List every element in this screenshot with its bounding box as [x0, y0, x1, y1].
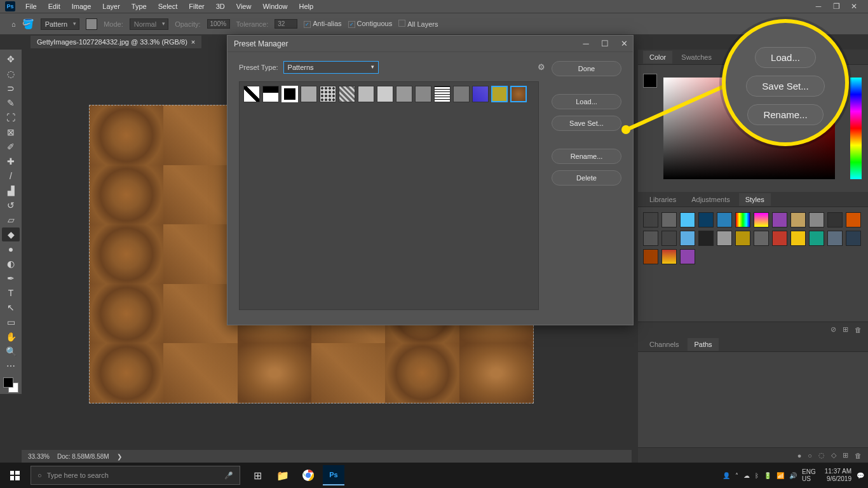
- stamp-tool-icon[interactable]: ▟: [2, 184, 20, 198]
- hue-slider[interactable]: [850, 78, 862, 179]
- eyedropper-tool-icon[interactable]: ✐: [2, 140, 20, 154]
- style-swatch[interactable]: [680, 249, 695, 264]
- menu-view[interactable]: View: [231, 1, 257, 11]
- tab-libraries[interactable]: Libraries: [643, 193, 682, 206]
- delete-style-icon[interactable]: 🗑: [855, 326, 862, 334]
- tab-styles[interactable]: Styles: [739, 193, 771, 206]
- rename-button[interactable]: Rename...: [552, 149, 621, 164]
- explorer-icon[interactable]: 📁: [272, 465, 294, 485]
- menu-filter[interactable]: Filter: [184, 1, 209, 11]
- style-swatch[interactable]: [680, 231, 695, 246]
- antialias-checkbox[interactable]: ✓Anti-alias: [304, 20, 341, 28]
- done-button[interactable]: Done: [552, 61, 621, 76]
- menu-file[interactable]: File: [20, 1, 42, 11]
- pattern-swatch-item[interactable]: [453, 86, 470, 102]
- menu-help[interactable]: Help: [294, 1, 319, 11]
- pattern-swatch-item[interactable]: [358, 86, 374, 102]
- style-swatch[interactable]: [661, 212, 677, 227]
- path-tool-icon[interactable]: ↖: [2, 301, 20, 315]
- menu-3d[interactable]: 3D: [211, 1, 230, 11]
- search-box[interactable]: ○ Type here to search 🎤: [31, 466, 240, 485]
- opacity-value[interactable]: 100%: [207, 19, 230, 29]
- pattern-swatch-item[interactable]: [377, 86, 393, 102]
- style-swatch[interactable]: [643, 231, 658, 246]
- lang-indicator[interactable]: ENGUS: [802, 468, 816, 482]
- dialog-close-icon[interactable]: ✕: [619, 38, 629, 48]
- cloud-icon[interactable]: ☁: [743, 472, 750, 479]
- pattern-swatch-item[interactable]: [339, 86, 355, 102]
- foreground-color-swatch[interactable]: [643, 74, 657, 88]
- lasso-tool-icon[interactable]: ⊃: [2, 81, 20, 95]
- pattern-swatch-item[interactable]: [243, 86, 260, 102]
- tab-adjustments[interactable]: Adjustments: [685, 193, 736, 206]
- bucket-icon[interactable]: 🪣: [22, 18, 34, 30]
- mic-icon[interactable]: 🎤: [224, 471, 233, 480]
- dialog-maximize-icon[interactable]: ☐: [600, 38, 610, 48]
- all-layers-checkbox[interactable]: All Layers: [398, 20, 438, 28]
- pattern-swatch-item[interactable]: [320, 86, 336, 102]
- pattern-swatch-item[interactable]: [281, 86, 298, 102]
- style-swatch[interactable]: [661, 249, 677, 264]
- pattern-swatch-item[interactable]: [415, 86, 431, 102]
- close-tab-icon[interactable]: ×: [191, 38, 195, 46]
- style-swatch[interactable]: [754, 212, 769, 227]
- fill-type-dropdown[interactable]: Pattern: [41, 18, 79, 30]
- dialog-titlebar[interactable]: Preset Manager ─ ☐ ✕: [227, 36, 633, 52]
- hand-tool-icon[interactable]: ✋: [2, 330, 20, 344]
- tray-up-icon[interactable]: ˄: [735, 472, 738, 479]
- history-brush-tool-icon[interactable]: ↺: [2, 198, 20, 212]
- style-swatch[interactable]: [680, 212, 695, 227]
- volume-icon[interactable]: 🔊: [789, 472, 797, 479]
- pattern-swatch-item[interactable]: [396, 86, 412, 102]
- quick-select-tool-icon[interactable]: ✎: [2, 96, 20, 110]
- selection-path-icon[interactable]: ◌: [818, 451, 825, 459]
- tab-paths[interactable]: Paths: [688, 338, 718, 351]
- menu-type[interactable]: Type: [126, 1, 152, 11]
- style-swatch[interactable]: [772, 231, 787, 246]
- menu-window[interactable]: Window: [257, 1, 292, 11]
- menu-image[interactable]: Image: [67, 1, 97, 11]
- pattern-swatch-item[interactable]: [262, 86, 279, 102]
- clock[interactable]: 11:37 AM9/6/2019: [825, 468, 851, 483]
- fill-path-icon[interactable]: ●: [797, 452, 802, 459]
- status-arrow-icon[interactable]: ❯: [117, 453, 122, 460]
- style-swatch[interactable]: [846, 212, 861, 227]
- photoshop-taskbar-icon[interactable]: Ps: [323, 465, 344, 485]
- marquee-tool-icon[interactable]: ◌: [2, 67, 20, 81]
- style-swatch[interactable]: [754, 231, 769, 246]
- frame-tool-icon[interactable]: ⊠: [2, 125, 20, 139]
- more-tools-icon[interactable]: ⋯: [2, 359, 20, 373]
- stroke-path-icon[interactable]: ○: [808, 452, 812, 459]
- tab-color[interactable]: Color: [643, 51, 672, 64]
- home-icon[interactable]: ⌂: [11, 20, 16, 28]
- style-swatch[interactable]: [827, 212, 843, 227]
- crop-tool-icon[interactable]: ⛶: [2, 111, 20, 125]
- style-swatch[interactable]: [717, 231, 732, 246]
- move-tool-icon[interactable]: ✥: [2, 52, 20, 66]
- style-swatch[interactable]: [846, 231, 861, 246]
- notifications-icon[interactable]: 💬: [857, 472, 864, 479]
- brush-tool-icon[interactable]: /: [2, 169, 20, 183]
- style-swatch[interactable]: [643, 249, 658, 264]
- style-swatch[interactable]: [809, 212, 824, 227]
- pattern-swatch-wood-selected[interactable]: [510, 86, 527, 102]
- style-swatch[interactable]: [698, 231, 714, 246]
- contiguous-checkbox[interactable]: ✓Contiguous: [348, 20, 393, 28]
- dodge-tool-icon[interactable]: ◐: [2, 257, 20, 271]
- battery-icon[interactable]: 🔋: [764, 472, 771, 479]
- style-swatch[interactable]: [698, 212, 714, 227]
- pattern-swatch[interactable]: [86, 18, 97, 30]
- delete-path-icon[interactable]: 🗑: [855, 452, 862, 459]
- style-swatch[interactable]: [735, 212, 750, 227]
- eraser-tool-icon[interactable]: ▱: [2, 213, 20, 227]
- document-tab[interactable]: GettyImages-1027284332.jpg @ 33.3% (RGB/…: [31, 36, 201, 48]
- zoom-tool-icon[interactable]: 🔍: [2, 344, 20, 358]
- gear-icon[interactable]: ⚙: [538, 62, 545, 72]
- mask-path-icon[interactable]: ◇: [831, 451, 836, 459]
- save-set-button[interactable]: Save Set...: [552, 116, 621, 131]
- new-style-icon[interactable]: ⊞: [843, 325, 848, 334]
- window-restore-icon[interactable]: ❐: [831, 1, 841, 11]
- style-swatch[interactable]: [717, 212, 732, 227]
- tolerance-value[interactable]: 32: [275, 19, 297, 29]
- tab-swatches[interactable]: Swatches: [675, 51, 718, 64]
